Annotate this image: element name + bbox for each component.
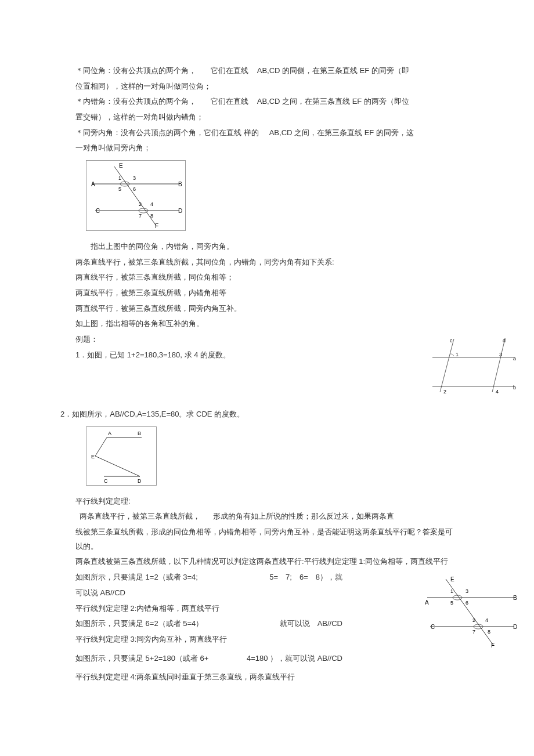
- text: 两直线平行，被第三条直线所截，内错角相等: [75, 288, 226, 297]
- text: 例题：: [75, 335, 98, 343]
- text: ＊同旁内角：没有公共顶点的两个角，它们在直线 样的: [75, 128, 259, 137]
- svg-text:D: D: [138, 478, 142, 484]
- text: AB,CD 之间，在第三条直线 EF 的两旁（即位: [257, 97, 409, 106]
- text: 两直线平行，被第三条直线所截，同位角相等；: [75, 273, 234, 281]
- theorem-1-conc: 可以说 AB//CD: [75, 586, 459, 601]
- spacer: [75, 363, 459, 407]
- svg-text:A: A: [108, 431, 111, 436]
- svg-text:3: 3: [499, 352, 502, 357]
- text: 平行线判定定理:: [75, 497, 131, 505]
- text: AB,CD 之间，在第三条直线 EF 的同旁，这: [269, 128, 414, 137]
- text: 平行线判定定理 4:两条直线同时垂直于第三条直线，两条直线平行: [75, 672, 295, 681]
- def-corresponding-angles: ＊同位角：没有公共顶点的两个角， 它们在直线 AB,CD 的同侧，在第三条直线 …: [75, 64, 459, 78]
- svg-text:A: A: [91, 181, 95, 187]
- text: 两直线平行，被第三条直线所截，同旁内角互补。: [75, 304, 241, 313]
- svg-text:B: B: [138, 431, 141, 436]
- text: 线被第三条直线所截，形成的同位角相等，内错角相等，同旁内角互补，是否能证明这两条…: [75, 527, 453, 551]
- svg-text:E: E: [119, 162, 123, 169]
- figure-example-1: c d a b 1 3 2 4: [430, 334, 517, 406]
- text: 置交错），这样的一对角叫做内错角；: [75, 113, 204, 121]
- figure-transversal: E A B C D F 1 3 5 6 2 4 7 8: [86, 160, 186, 231]
- text: 两条直线平行，被第三条直线所截，: [80, 512, 200, 520]
- svg-text:A: A: [425, 599, 429, 606]
- svg-text:7: 7: [139, 213, 142, 219]
- text: ＊同位角：没有公共顶点的两个角，: [75, 66, 196, 75]
- text: 1．如图，已知 1+2=180,3=180, 求 4 的度数。: [75, 350, 230, 359]
- def-corresponding-angles-2: 位置相同），这样的一对角叫做同位角；: [75, 79, 459, 94]
- theorem-title: 平行线判定定理:: [75, 494, 459, 509]
- svg-text:2: 2: [472, 617, 475, 623]
- svg-text:4: 4: [496, 389, 499, 395]
- svg-line-22: [492, 339, 505, 392]
- text: 两条直线平行，被第三条直线所截，其同位角，内错角，同旁内角有如下关系:: [75, 258, 334, 266]
- figure1-caption: 指出上图中的同位角，内错角，同旁内角。: [75, 240, 459, 254]
- svg-text:1: 1: [118, 175, 121, 181]
- svg-text:b: b: [513, 385, 516, 390]
- figure-theorem: E A B C D F 1 3 5 6 2 4 7 8: [421, 574, 520, 655]
- def-alternate-angles: ＊内错角：没有公共顶点的两个角， 它们在直线 AB,CD 之间，在第三条直线 E…: [75, 95, 459, 109]
- svg-text:8: 8: [150, 213, 153, 219]
- svg-text:2: 2: [443, 389, 446, 395]
- text: 如图所示，只要满足 1=2（或者 3=4;: [75, 570, 198, 585]
- theorem-intro-2: 线被第三条直线所截，形成的同位角相等，内错角相等，同旁内角互补，是否能证明这两条…: [75, 525, 459, 554]
- svg-text:D: D: [178, 208, 182, 214]
- text: 5= 7; 6= 8），就: [269, 570, 342, 585]
- text: 平行线判定定理 3:同旁内角互补，两直线平行: [75, 635, 227, 643]
- text: 形成的角有如上所说的性质；那么反过来，如果两条直: [213, 512, 394, 520]
- text: 2．如图所示，AB//CD,A=135,E=80。求 CDE 的度数。: [60, 410, 244, 418]
- text: AB,CD 的同侧，在第三条直线 EF 的同旁（即: [257, 66, 409, 75]
- examples-heading: 例题：: [75, 332, 459, 347]
- svg-text:3: 3: [133, 175, 136, 181]
- svg-text:d: d: [503, 338, 506, 343]
- example1-diagram-icon: c d a b 1 3 2 4: [430, 334, 517, 401]
- svg-text:5: 5: [450, 600, 453, 606]
- example-2: 2．如图所示，AB//CD,A=135,E=80。求 CDE 的度数。: [60, 407, 459, 422]
- svg-text:B: B: [513, 595, 517, 601]
- transversal-diagram-icon: E A B C D F 1 3 5 6 2 4 7 8: [86, 161, 185, 230]
- theorem-diagram-icon: E A B C D F 1 3 5 6 2 4 7 8: [421, 574, 520, 650]
- theorem-4: 平行线判定定理 4:两条直线同时垂直于第三条直线，两条直线平行: [75, 670, 459, 685]
- svg-text:C: C: [431, 624, 435, 630]
- theorem-1: 两条直线被第三条直线所截，以下几种情况可以判定这两条直线平行:平行线判定定理 1…: [75, 555, 459, 569]
- def-cointerior-angles-2: 一对角叫做同旁内角；: [75, 141, 459, 155]
- theorem-2-cond: 如图所示，只要满足 6=2（或者 5=4） 就可以说 AB//CD: [75, 617, 459, 631]
- figure-example-2: A B E C D: [86, 426, 157, 486]
- svg-text:D: D: [513, 624, 517, 630]
- def-cointerior-angles: ＊同旁内角：没有公共顶点的两个角，它们在直线 样的 AB,CD 之间，在第三条直…: [75, 126, 459, 140]
- text: 如上图，指出相等的各角和互补的角。: [75, 319, 204, 328]
- text: 如图所示，只要满足 6=2（或者 5=4）: [75, 617, 203, 631]
- property-1: 两直线平行，被第三条直线所截，同位角相等；: [75, 270, 459, 285]
- svg-text:3: 3: [466, 588, 468, 594]
- text: 4=180 ），就可以说 AB//CD: [247, 652, 342, 666]
- text: 可以说 AB//CD: [75, 588, 125, 597]
- svg-text:c: c: [450, 338, 453, 343]
- property-3: 两直线平行，被第三条直线所截，同旁内角互补。: [75, 302, 459, 316]
- svg-text:F: F: [491, 642, 495, 649]
- property-task: 如上图，指出相等的各角和互补的角。: [75, 317, 459, 331]
- svg-line-21: [440, 339, 454, 392]
- svg-text:C: C: [104, 478, 108, 484]
- theorem-2: 平行线判定定理 2:内错角相等，两直线平行: [75, 602, 459, 616]
- svg-line-33: [95, 437, 107, 456]
- svg-text:C: C: [96, 208, 100, 214]
- svg-text:8: 8: [488, 629, 490, 635]
- property-2: 两直线平行，被第三条直线所截，内错角相等: [75, 286, 459, 301]
- theorem-3: 平行线判定定理 3:同旁内角互补，两直线平行: [75, 632, 459, 647]
- text: ＊内错角：没有公共顶点的两个角，: [75, 97, 196, 106]
- text: 平行线判定定理 2:内错角相等，两直线平行: [75, 604, 219, 613]
- text: 一对角叫做同旁内角；: [75, 143, 151, 152]
- svg-text:4: 4: [485, 617, 488, 623]
- theorem-1-cond: 如图所示，只要满足 1=2（或者 3=4; 5= 7; 6= 8），就: [75, 570, 459, 585]
- example2-diagram-icon: A B E C D: [86, 427, 156, 485]
- svg-text:6: 6: [133, 186, 136, 192]
- svg-text:7: 7: [472, 629, 475, 635]
- text: 它们在直线: [211, 66, 248, 75]
- text: 它们在直线: [211, 97, 248, 106]
- svg-text:B: B: [178, 181, 182, 187]
- svg-text:4: 4: [150, 201, 153, 207]
- svg-text:1: 1: [450, 588, 453, 594]
- svg-text:E: E: [450, 576, 454, 583]
- svg-text:F: F: [155, 223, 158, 229]
- svg-text:1: 1: [456, 352, 459, 357]
- property-intro: 两条直线平行，被第三条直线所截，其同位角，内错角，同旁内角有如下关系:: [75, 255, 459, 270]
